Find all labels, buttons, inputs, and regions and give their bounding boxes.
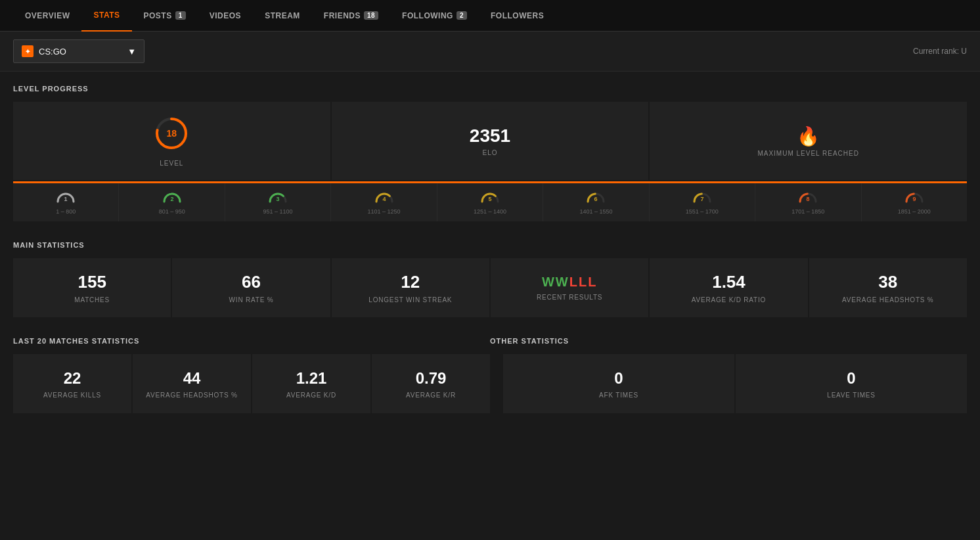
elo-range-text: 1851 – 2000	[867, 208, 962, 215]
stat-label: AVERAGE HEADSHOTS %	[842, 296, 934, 304]
other-card: 0 LEAVE TIMES	[736, 354, 967, 413]
last20-value: 22	[64, 369, 81, 388]
svg-text:8: 8	[807, 196, 810, 202]
elo-label: ELO	[482, 149, 497, 156]
stat-label: LONGEST WIN STREAK	[368, 296, 452, 304]
last20-card: 22 AVERAGE KILLS	[13, 354, 131, 413]
stat-label: AVERAGE K/D RATIO	[692, 296, 766, 304]
level-progress-cards: 18 LEVEL 2351 ELO 🔥 MAXIMUM LEVEL REACHE…	[13, 102, 967, 180]
stat-value: 1.54	[712, 272, 746, 292]
mini-gauge-svg: 4	[374, 190, 395, 203]
last20-value: 1.21	[296, 369, 327, 388]
elo-range-text: 1 – 800	[18, 208, 113, 215]
mini-gauge-wrap: 6	[548, 190, 643, 204]
game-selector[interactable]: ✦ CS:GO ▼	[13, 39, 145, 63]
elo-range-text: 951 – 1100	[231, 208, 325, 215]
last20-card: 44 AVERAGE HEADSHOTS %	[133, 354, 251, 413]
stat-value: 38	[878, 272, 897, 292]
stat-label: MATCHES	[74, 296, 110, 304]
svg-text:7: 7	[700, 196, 703, 202]
mini-gauge-wrap: 7	[655, 190, 749, 204]
stat-value: 66	[242, 272, 261, 292]
stat-card: 155 MATCHES	[13, 258, 171, 317]
mini-gauge-svg: 2	[162, 190, 183, 203]
mini-gauge-svg: 9	[904, 190, 925, 203]
other-card: 0 AFK TIMES	[503, 354, 734, 413]
level-label: LEVEL	[160, 160, 183, 167]
mini-gauge-wrap: 5	[443, 190, 537, 204]
svg-text:4: 4	[382, 196, 386, 202]
other-stats-grid: 0 AFK TIMES 0 LEAVE TIMES	[503, 354, 967, 413]
stat-label: RECENT RESULTS	[537, 294, 602, 301]
bottom-row: LAST 20 MATCHES STATISTICS 22 AVERAGE KI…	[0, 324, 980, 426]
nav-overview[interactable]: OVERVIEW	[13, 0, 81, 32]
last20-label: AVERAGE K/R	[406, 392, 456, 399]
level-progress-section: LEVEL PROGRESS 18 LEVEL 2351 ELO 🔥 MAXIM…	[0, 72, 980, 228]
other-stats-title: OTHER STATISTICS	[490, 337, 967, 345]
stat-value: 12	[401, 272, 420, 292]
last20-value: 44	[183, 369, 201, 388]
other-label: AFK TIMES	[599, 392, 638, 399]
other-stats-section: OTHER STATISTICS 0 AFK TIMES 0 LEAVE TIM…	[490, 337, 967, 413]
elo-range-text: 1251 – 1400	[443, 208, 537, 215]
level-value: 18	[167, 128, 177, 139]
mini-gauge-svg: 8	[797, 190, 818, 203]
mini-gauge-svg: 1	[55, 190, 76, 203]
last20-grid: 22 AVERAGE KILLS 44 AVERAGE HEADSHOTS % …	[13, 354, 490, 413]
posts-badge: 1	[175, 11, 186, 20]
elo-range-item: 2 801 – 950	[119, 183, 225, 221]
last20-label: AVERAGE KILLS	[43, 392, 101, 399]
stat-card: 38 AVERAGE HEADSHOTS %	[809, 258, 967, 317]
nav-friends[interactable]: FRIENDS 18	[312, 0, 390, 32]
game-icon: ✦	[22, 45, 33, 57]
nav-videos[interactable]: VIDEOS	[198, 0, 253, 32]
recent-results-value: WWLLL	[542, 275, 597, 290]
svg-text:1: 1	[64, 196, 68, 202]
elo-range-item: 3 951 – 1100	[225, 183, 331, 221]
elo-card: 2351 ELO	[332, 102, 649, 180]
nav-posts[interactable]: POSTS 1	[132, 0, 198, 32]
elo-range-item: 6 1401 – 1550	[543, 183, 649, 221]
stat-card: 66 WIN RATE %	[172, 258, 330, 317]
nav-following[interactable]: FOLLOWING 2	[390, 0, 479, 32]
current-rank: Current rank: U	[913, 47, 967, 56]
mini-gauge-wrap: 2	[124, 190, 219, 204]
game-label: CS:GO	[39, 47, 66, 56]
stat-value: 155	[78, 272, 106, 292]
level-progress-title: LEVEL PROGRESS	[13, 85, 967, 93]
elo-range-item: 7 1551 – 1700	[650, 183, 755, 221]
mini-gauge-svg: 7	[692, 190, 713, 203]
last20-title: LAST 20 MATCHES STATISTICS	[13, 337, 490, 345]
nav-followers[interactable]: FOLLOWERS	[479, 0, 556, 32]
mini-gauge-wrap: 4	[336, 190, 431, 204]
max-level-label: MAXIMUM LEVEL REACHED	[757, 150, 859, 157]
stat-card: WWLLL RECENT RESULTS	[491, 258, 648, 317]
elo-range-text: 1551 – 1700	[655, 208, 749, 215]
elo-range-item: 5 1251 – 1400	[437, 183, 543, 221]
elo-range-text: 1101 – 1250	[336, 208, 431, 215]
mini-gauge-wrap: 3	[231, 190, 325, 204]
other-label: LEAVE TIMES	[827, 392, 875, 399]
svg-text:3: 3	[277, 196, 280, 202]
stat-card: 12 LONGEST WIN STREAK	[332, 258, 489, 317]
elo-value: 2351	[470, 125, 510, 146]
last20-section: LAST 20 MATCHES STATISTICS 22 AVERAGE KI…	[13, 337, 490, 413]
last20-card: 1.21 AVERAGE K/D	[252, 354, 370, 413]
other-value: 0	[614, 369, 623, 388]
last20-label: AVERAGE HEADSHOTS %	[146, 392, 238, 399]
stat-label: WIN RATE %	[229, 296, 274, 304]
nav-stats[interactable]: STATS	[81, 0, 131, 32]
elo-range-text: 1701 – 1850	[761, 208, 855, 215]
main-statistics-title: MAIN STATISTICS	[13, 241, 967, 249]
elo-range-text: 801 – 950	[124, 208, 219, 215]
following-badge: 2	[457, 11, 467, 20]
svg-text:5: 5	[488, 196, 491, 202]
mini-gauge-wrap: 9	[867, 190, 962, 204]
chevron-down-icon: ▼	[127, 47, 136, 56]
mini-gauge-wrap: 1	[18, 190, 113, 204]
elo-ranges-bar: 1 1 – 800 2 801 – 950 3 951 – 1100	[13, 181, 967, 221]
level-circle-indicator: 18	[153, 115, 190, 152]
nav-stream[interactable]: STREAM	[253, 0, 312, 32]
elo-range-item: 8 1701 – 1850	[755, 183, 861, 221]
top-navigation: OVERVIEW STATS POSTS 1 VIDEOS STREAM FRI…	[0, 0, 980, 32]
